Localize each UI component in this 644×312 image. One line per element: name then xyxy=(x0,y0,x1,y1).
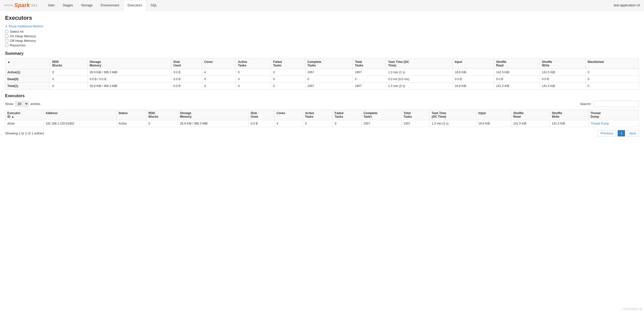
exec-col-task-time[interactable]: Task Time(GC Time) xyxy=(429,110,476,120)
executor-cell: Active xyxy=(116,120,146,127)
exec-col-rdd[interactable]: RDDBlocks xyxy=(146,110,178,120)
executor-cell: 16.6 KiB xyxy=(476,120,511,127)
summary-cell: 0 xyxy=(202,76,236,83)
checkbox-off-heap-label: Off Heap Memory xyxy=(10,39,36,43)
summary-cell: 0.0 B xyxy=(171,76,202,83)
executor-cell: 1.3 min (2 s) xyxy=(429,120,476,127)
summary-col-cores[interactable]: Cores xyxy=(202,59,236,69)
exec-col-active-tasks[interactable]: ActiveTasks xyxy=(303,110,332,120)
checkbox-resources: Resources xyxy=(5,43,639,47)
summary-cell: 0 xyxy=(236,76,271,83)
summary-cell: 0 xyxy=(271,69,305,76)
exec-col-cores[interactable]: Cores xyxy=(274,110,303,120)
nav-executors[interactable]: Executors xyxy=(123,0,146,11)
summary-col-disk[interactable]: DiskUsed xyxy=(171,59,202,69)
exec-col-failed-tasks[interactable]: FailedTasks xyxy=(332,110,361,120)
summary-col-blacklisted[interactable]: Blacklisted xyxy=(585,59,639,69)
exec-col-complete-tasks[interactable]: CompleteTasks xyxy=(361,110,401,120)
exec-col-address[interactable]: Address xyxy=(43,110,116,120)
executor-cell: 0 xyxy=(303,120,332,127)
summary-cell: 0 xyxy=(50,76,88,83)
content: Executors Show Additional Metrics Select… xyxy=(0,11,644,141)
summary-cell: 141.5 KiB xyxy=(494,83,540,90)
summary-cell: 2457 xyxy=(353,69,386,76)
summary-col-shuffle-write[interactable]: ShuffleWrite xyxy=(540,59,585,69)
nav-stages[interactable]: Stages xyxy=(59,0,77,11)
nav-jobs[interactable]: Jobs xyxy=(44,0,59,11)
summary-col-rdd[interactable]: RDDBlocks xyxy=(50,59,88,69)
summary-cell: 141.5 KiB xyxy=(494,69,540,76)
executor-cell: 141.5 KiB xyxy=(511,120,550,127)
summary-cell: 0 xyxy=(305,76,353,83)
executor-cell[interactable]: Thread Dump xyxy=(588,120,639,127)
next-button[interactable]: Next xyxy=(627,130,639,136)
nav-sql[interactable]: SQL xyxy=(146,0,161,11)
summary-cell: 0.0 ms (0.0 ms) xyxy=(386,76,453,83)
summary-cell: 141.5 KiB xyxy=(540,83,585,90)
checkbox-select-all-label: Select All xyxy=(10,30,23,33)
exec-col-id[interactable]: ExecutorID ▲ xyxy=(5,110,44,120)
summary-cell: 0 xyxy=(353,76,386,83)
summary-cell: 4 xyxy=(202,69,236,76)
exec-col-shuffle-write[interactable]: ShuffleWrite xyxy=(550,110,588,120)
checkbox-off-heap: Off Heap Memory xyxy=(5,39,639,43)
summary-cell: 16.6 KiB xyxy=(452,83,494,90)
navbar: APACHE Spark 3.0.1 Jobs Stages Storage E… xyxy=(0,0,644,11)
search-box: Search: xyxy=(580,101,639,107)
summary-col-active-tasks[interactable]: ActiveTasks xyxy=(236,59,271,69)
summary-cell: 26.9 KiB / 366.3 MiB xyxy=(87,83,171,90)
nav-environment[interactable]: Environment xyxy=(97,0,123,11)
exec-col-storage-memory[interactable]: StorageMemory xyxy=(178,110,249,120)
show-select[interactable]: 102050100 xyxy=(15,101,29,107)
summary-col-storage-memory[interactable]: StorageMemory xyxy=(87,59,171,69)
executors-header-row: ExecutorID ▲ Address Status RDDBlocks St… xyxy=(5,110,639,120)
previous-button[interactable]: Previous xyxy=(598,130,616,136)
exec-col-total-tasks[interactable]: TotalTasks xyxy=(402,110,430,120)
checkbox-off-heap-input[interactable] xyxy=(5,39,8,42)
exec-col-disk[interactable]: DiskUsed xyxy=(249,110,274,120)
exec-col-thread-dump[interactable]: ThreadDump xyxy=(588,110,639,120)
summary-col-task-time[interactable]: Task Time (GCTime) xyxy=(386,59,453,69)
metrics-options: Select All On Heap Memory Off Heap Memor… xyxy=(5,30,639,47)
exec-col-input[interactable]: Input xyxy=(476,110,511,120)
checkbox-select-all-input[interactable] xyxy=(5,30,8,33)
search-input[interactable] xyxy=(593,101,639,107)
summary-cell: 0 xyxy=(50,69,88,76)
summary-table-row: Active(1)026.9 KiB / 366.3 MiB0.0 B40024… xyxy=(5,69,639,76)
show-label: Show xyxy=(5,102,13,106)
executor-cell: 2457 xyxy=(402,120,430,127)
executors-table: ExecutorID ▲ Address Status RDDBlocks St… xyxy=(5,110,639,127)
checkbox-on-heap: On Heap Memory xyxy=(5,34,639,38)
checkbox-on-heap-label: On Heap Memory xyxy=(10,34,36,38)
thread-dump-link[interactable]: Thread Dump xyxy=(591,122,609,125)
summary-cell: 1.3 min (2 s) xyxy=(386,69,453,76)
summary-col-input[interactable]: Input xyxy=(452,59,494,69)
summary-col-complete-tasks[interactable]: CompleteTasks xyxy=(305,59,353,69)
checkbox-resources-input[interactable] xyxy=(5,44,8,47)
pagination-controls: Previous 1 Next xyxy=(598,130,639,136)
pagination-row: Showing 1 to 1 of 1 entries Previous 1 N… xyxy=(5,130,639,136)
checkbox-on-heap-input[interactable] xyxy=(5,34,8,38)
summary-cell: 0 xyxy=(236,83,271,90)
summary-cell: 16.6 KiB xyxy=(452,69,494,76)
executor-cell: 0 xyxy=(146,120,178,127)
summary-header-row: ▲ RDDBlocks StorageMemory DiskUsed Cores… xyxy=(5,59,639,69)
show-metrics-link[interactable]: Show Additional Metrics xyxy=(5,24,43,28)
summary-col-sort[interactable]: ▲ xyxy=(5,59,50,69)
summary-table: ▲ RDDBlocks StorageMemory DiskUsed Cores… xyxy=(5,58,639,90)
nav-storage[interactable]: Storage xyxy=(77,0,97,11)
summary-col-shuffle-read[interactable]: ShuffleRead xyxy=(494,59,540,69)
app-title: test application UI xyxy=(614,3,640,7)
summary-col-total-tasks[interactable]: TotalTasks xyxy=(353,59,386,69)
summary-col-failed-tasks[interactable]: FailedTasks xyxy=(271,59,305,69)
entries-label: entries xyxy=(31,102,41,106)
spark-logo: Spark xyxy=(14,2,30,9)
page-title: Executors xyxy=(5,15,639,21)
summary-cell: Dead(0) xyxy=(5,76,50,83)
executors-title: Executors xyxy=(5,94,639,98)
executor-cell: 0.0 B xyxy=(249,120,274,127)
page-1-button[interactable]: 1 xyxy=(618,130,625,136)
summary-cell: 0.0 B xyxy=(171,69,202,76)
exec-col-shuffle-read[interactable]: ShuffleRead xyxy=(511,110,550,120)
exec-col-status[interactable]: Status xyxy=(116,110,146,120)
